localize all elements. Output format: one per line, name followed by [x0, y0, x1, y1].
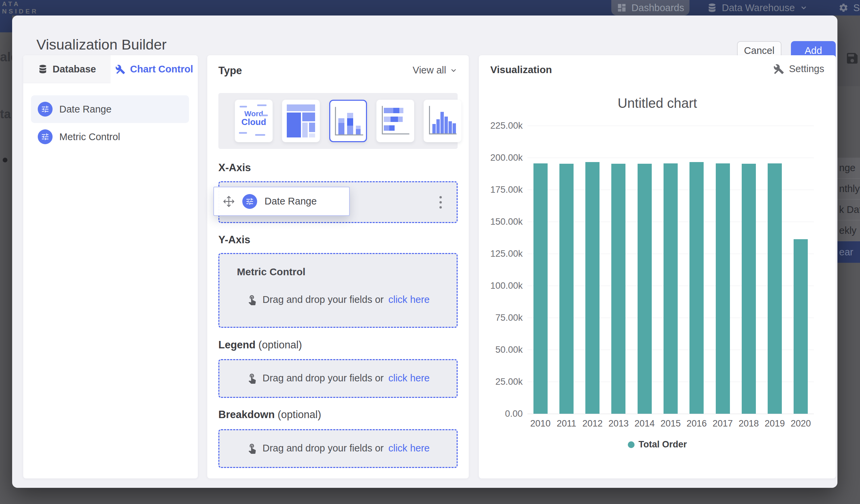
y-tick-label: 150.00k: [486, 217, 523, 227]
type-card-wordcloud[interactable]: Word Cloud: [235, 100, 273, 142]
menu-item-monthly[interactable]: nthly: [837, 178, 860, 199]
view-all-dropdown[interactable]: View all: [413, 65, 458, 76]
database-icon: [707, 3, 717, 13]
background-dropdown-menu: nge nthly k Date ekly ear: [837, 158, 860, 263]
field-date-range-label: Date Range: [59, 104, 112, 115]
control-sliders-icon: [38, 129, 53, 144]
click-here-link[interactable]: click here: [388, 373, 430, 384]
bar-2010: [533, 163, 548, 414]
move-arrows-icon: [223, 196, 235, 207]
tab-database[interactable]: Database: [23, 55, 111, 83]
field-metric-control[interactable]: Metric Control: [31, 123, 189, 150]
drop-hint-text: Drag and drop your fields or: [262, 294, 384, 305]
logo-line2: NSIDER: [2, 8, 39, 15]
background-bullet: [3, 158, 8, 162]
kebab-menu-icon[interactable]: [434, 193, 447, 211]
y-tick-label: 175.00k: [486, 185, 523, 195]
y-tick-label: 75.00k: [486, 313, 523, 323]
breakdown-dropzone[interactable]: Drag and drop your fields or click here: [218, 429, 458, 468]
legend-series-label: Total Order: [639, 439, 687, 450]
metric-control-placeholder-title: Metric Control: [237, 266, 305, 278]
click-here-link[interactable]: click here: [388, 443, 430, 454]
nav-settings-label: Settin: [853, 2, 860, 13]
gridline: [527, 126, 814, 126]
tap-hand-icon: [246, 294, 258, 305]
field-date-range[interactable]: Date Range: [31, 95, 189, 123]
legend-dropzone[interactable]: Drag and drop your fields or click here: [218, 359, 458, 398]
view-all-label: View all: [413, 65, 446, 76]
tap-hand-icon: [246, 442, 258, 454]
tab-chart-control-label: Chart Control: [130, 64, 193, 75]
y-axis-drop-hint: Drag and drop your fields or click here: [219, 294, 457, 305]
bar-2014: [637, 164, 652, 414]
y-tick-label: 125.00k: [486, 249, 523, 259]
save-icon[interactable]: [845, 51, 859, 66]
tab-chart-control[interactable]: Chart Control: [111, 55, 198, 83]
background-header-block: [0, 15, 12, 32]
menu-item-weekly[interactable]: ekly: [837, 220, 860, 241]
y-tick-label: 25.00k: [486, 377, 523, 387]
breakdown-optional-label: (optional): [278, 409, 321, 420]
y-axis-heading: Y-Axis: [218, 234, 250, 246]
sidebar-tabs: Database Chart Control: [23, 55, 198, 83]
drop-hint-text: Drag and drop your fields or: [262, 373, 384, 384]
chip-label: Date Range: [264, 196, 317, 207]
bar-2020: [793, 239, 808, 414]
gear-icon: [838, 3, 848, 13]
legend-optional-label: (optional): [258, 339, 302, 351]
tap-hand-icon: [246, 372, 258, 384]
chart-legend[interactable]: Total Order: [479, 439, 836, 450]
menu-item-year-selected[interactable]: ear: [837, 241, 860, 263]
bar-2013: [611, 164, 626, 414]
database-icon: [38, 64, 48, 74]
drop-hint-text: Drag and drop your fields or: [262, 443, 384, 454]
legend-heading-label: Legend: [218, 339, 255, 351]
legend-series-dot: [628, 441, 634, 448]
tools-icon: [115, 64, 125, 74]
control-sliders-icon: [242, 194, 257, 209]
y-tick-label: 225.00k: [486, 120, 523, 131]
type-card-column[interactable]: [424, 100, 461, 142]
y-tick-label: 50.00k: [486, 345, 523, 355]
nav-item-data-warehouse[interactable]: Data Warehouse: [707, 0, 808, 15]
control-sliders-icon: [38, 102, 53, 117]
chart-area: 0.0025.00k50.00k75.00k100.00k125.00k150.…: [479, 55, 836, 478]
wordcloud-word2: Cloud: [235, 118, 273, 127]
y-tick-label: 200.00k: [486, 153, 523, 163]
click-here-link[interactable]: click here: [388, 294, 430, 305]
nav-item-settings[interactable]: Settin: [838, 0, 860, 15]
app-logo: ATA NSIDER: [2, 0, 39, 15]
modal-title: Visualization Builder: [37, 37, 167, 53]
tab-database-label: Database: [53, 64, 96, 75]
y-tick-label: 0.00: [486, 409, 523, 419]
bar-2018: [742, 164, 756, 414]
breakdown-drop-hint: Drag and drop your fields or click here: [219, 442, 457, 454]
chevron-down-icon: [449, 66, 458, 74]
legend-drop-hint: Drag and drop your fields or click here: [219, 372, 457, 384]
menu-item-week-date[interactable]: k Date: [837, 199, 860, 220]
bar-2011: [559, 164, 574, 414]
bar-2015: [663, 163, 678, 414]
field-metric-control-label: Metric Control: [59, 131, 120, 143]
type-card-stacked-bar[interactable]: [376, 100, 414, 142]
legend-heading: Legend (optional): [218, 339, 302, 351]
date-range-chip-dragging[interactable]: Date Range: [213, 187, 350, 216]
type-heading: Type: [218, 65, 242, 77]
gridline: [527, 158, 814, 158]
nav-tab-dashboards[interactable]: Dashboards: [611, 0, 689, 15]
visualization-builder-modal: Visualization Builder Cancel Add Databas…: [12, 15, 837, 488]
screen: ATA NSIDER Dashboards Data Warehouse Set…: [0, 0, 860, 504]
wordcloud-word1: Word: [235, 110, 273, 118]
chevron-down-icon: [800, 4, 808, 12]
fields-sidebar: Database Chart Control Date Range Metric…: [23, 55, 198, 478]
type-card-stacked-column-selected[interactable]: [329, 100, 367, 142]
type-card-treemap[interactable]: [282, 100, 320, 142]
gridline: [527, 414, 814, 414]
menu-item-date-range[interactable]: nge: [837, 158, 860, 178]
bar-2019: [768, 163, 782, 414]
chart-type-strip: Word Cloud: [218, 93, 458, 149]
x-tick-label: 2020: [786, 418, 816, 429]
nav-dashboards-label: Dashboards: [632, 2, 684, 13]
visualization-panel: Visualization Settings Untitled chart 0.…: [479, 55, 836, 478]
y-axis-dropzone[interactable]: Metric Control Drag and drop your fields…: [218, 253, 458, 328]
